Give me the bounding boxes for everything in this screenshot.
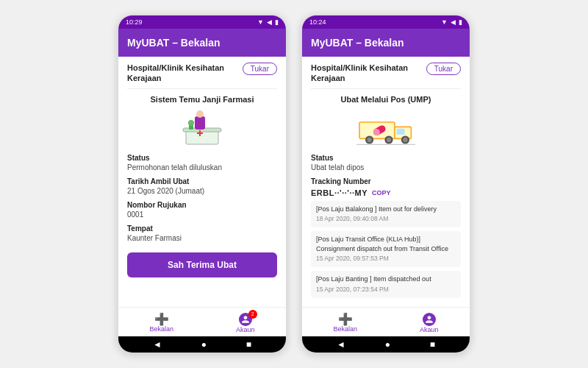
status-bar-1: 10:29 ▼ ◀ ▮ <box>118 15 286 29</box>
bekalan-icon-2: ➕ <box>338 314 353 325</box>
event-date-0: 18 Apr 2020, 09:40:08 AM <box>316 215 456 224</box>
event-desc-2: Item dispatched out <box>373 275 431 283</box>
field-value-tempat: Kaunter Farmasi <box>127 234 277 242</box>
field-label-nombor: Nombor Rujukan <box>127 201 277 209</box>
bottom-nav-1: ➕ Bekalan 2 Akaun <box>118 307 286 336</box>
nav-bekalan-1[interactable]: ➕ Bekalan <box>149 314 173 333</box>
field-label-tracking: Tracking Number <box>311 177 461 185</box>
truck-illustration <box>311 108 461 148</box>
back-btn-1[interactable]: ◄ <box>153 339 162 350</box>
phone-2: 10:24 ▼ ◀ ▮ MyUBAT – Bekalan Hospital/Kl… <box>301 15 470 353</box>
battery-icon-2: ▮ <box>459 18 462 26</box>
svg-point-14 <box>387 137 391 141</box>
field-label-tempat: Tempat <box>127 224 277 233</box>
akaun-badge-1: 2 <box>248 310 257 319</box>
bekalan-label-1: Bekalan <box>149 325 173 333</box>
akaun-label-1: Akaun <box>236 326 255 333</box>
status-bar-2: 10:24 ▼ ◀ ▮ <box>302 15 470 29</box>
bekalan-label-2: Bekalan <box>333 325 357 333</box>
app-header-2: MyUBAT – Bekalan <box>302 29 470 57</box>
sah-button[interactable]: Sah Terima Ubat <box>127 252 277 277</box>
field-value-status-2: Ubat telah dipos <box>311 163 461 171</box>
tukar-button-1[interactable]: Tukar <box>243 63 277 75</box>
akaun-label-2: Akaun <box>420 326 439 333</box>
status-icons-2: ▼ ◀ ▮ <box>441 18 462 26</box>
hospital-name-1: Hospital/Klinik Kesihatan Kerajaan <box>127 63 243 84</box>
phone-1: 10:29 ▼ ◀ ▮ MyUBAT – Bekalan Hospital/Kl… <box>118 15 287 353</box>
svg-point-12 <box>367 137 371 141</box>
tracking-event-1: [Pos Laju Transit Office (KLIA Hub)] Con… <box>311 231 461 267</box>
bekalan-icon-1: ➕ <box>154 313 169 325</box>
event-desc-0: Item out for delivery <box>379 205 437 213</box>
hospital-name-2: Hospital/Klinik Kesihatan Kerajaan <box>311 63 426 84</box>
svg-point-16 <box>403 137 407 141</box>
hospital-row-1: Hospital/Klinik Kesihatan Kerajaan Tukar <box>127 57 277 89</box>
tukar-button-2[interactable]: Tukar <box>426 63 461 75</box>
status-icons-1: ▼ ◀ ▮ <box>257 18 279 26</box>
section-title-2: Ubat Melalui Pos (UMP) <box>311 95 461 104</box>
content-2: Hospital/Klinik Kesihatan Kerajaan Tukar… <box>302 57 470 307</box>
svg-point-3 <box>196 110 204 118</box>
svg-rect-10 <box>396 128 404 134</box>
recent-btn-2[interactable]: ■ <box>430 339 435 350</box>
akaun-icon-2 <box>423 313 436 326</box>
nav-akaun-1[interactable]: 2 Akaun <box>236 313 255 333</box>
svg-point-7 <box>188 120 194 126</box>
svg-rect-2 <box>195 116 205 130</box>
bottom-nav-2: ➕ Bekalan Akaun <box>302 307 470 336</box>
content-1: Hospital/Klinik Kesihatan Kerajaan Tukar… <box>118 57 286 307</box>
battery-icon: ▮ <box>275 18 279 26</box>
field-label-status-2: Status <box>311 154 461 162</box>
field-value-nombor: 0001 <box>127 210 277 219</box>
home-btn-1[interactable]: ● <box>201 339 207 350</box>
hospital-row-2: Hospital/Klinik Kesihatan Kerajaan Tukar <box>311 57 461 89</box>
event-location-0: [Pos Laju Balakong ] <box>316 205 377 213</box>
akaun-icon-wrapper: 2 <box>239 313 252 326</box>
bekalan-icon-wrapper: ➕ <box>154 314 169 325</box>
time-1: 10:29 <box>126 18 143 26</box>
back-btn-2[interactable]: ◄ <box>337 339 345 350</box>
event-date-2: 15 Apr 2020, 07:23:54 PM <box>316 286 456 294</box>
signal-icon-2: ▼ <box>441 18 448 26</box>
section-title-1: Sistem Temu Janji Farmasi <box>127 95 277 104</box>
field-label-status-1: Status <box>127 154 277 162</box>
wifi-icon: ◀ <box>267 18 272 26</box>
tracking-number: ERB​L·​·'·​·'·​·MY <box>311 188 368 197</box>
event-desc-1: Consignment dispatch out from Transit Of… <box>316 245 448 252</box>
app-title-2: MyUBAT – Bekalan <box>311 37 404 49</box>
svg-rect-5 <box>197 132 203 134</box>
copy-button[interactable]: COPY <box>372 189 391 197</box>
field-label-tarikh: Tarikh Ambil Ubat <box>127 177 277 185</box>
android-nav-1: ◄ ● ■ <box>118 336 286 353</box>
tracking-event-2: [Pos Laju Banting ] Item dispatched out … <box>311 271 461 297</box>
nav-akaun-2[interactable]: Akaun <box>420 313 439 333</box>
truck-svg <box>356 110 415 146</box>
tracking-event-0: [Pos Laju Balakong ] Item out for delive… <box>311 201 461 227</box>
field-value-tarikh: 21 Ogos 2020 (Jumaat) <box>127 187 277 195</box>
event-location-2: [Pos Laju Banting ] <box>316 275 372 283</box>
event-date-1: 15 Apr 2020, 09:57:53 PM <box>316 255 456 263</box>
pharmacy-illustration <box>127 108 277 148</box>
app-title-1: MyUBAT – Bekalan <box>127 37 220 49</box>
time-2: 10:24 <box>309 18 326 26</box>
wifi-icon-2: ◀ <box>451 18 456 26</box>
nav-bekalan-2[interactable]: ➕ Bekalan <box>333 314 357 333</box>
tracking-number-row: ERB​L·​·'·​·'·​·MY COPY <box>311 188 461 197</box>
signal-icon: ▼ <box>257 18 264 26</box>
android-nav-2: ◄ ● ■ <box>302 336 470 353</box>
home-btn-2[interactable]: ● <box>385 339 390 350</box>
pharmacy-svg <box>173 109 232 147</box>
recent-btn-1[interactable]: ■ <box>246 339 251 350</box>
field-value-status-1: Permohonan telah diluluskan <box>127 163 277 171</box>
app-header-1: MyUBAT – Bekalan <box>118 29 286 57</box>
event-location-1: [Pos Laju Transit Office (KLIA Hub)] <box>316 236 420 243</box>
